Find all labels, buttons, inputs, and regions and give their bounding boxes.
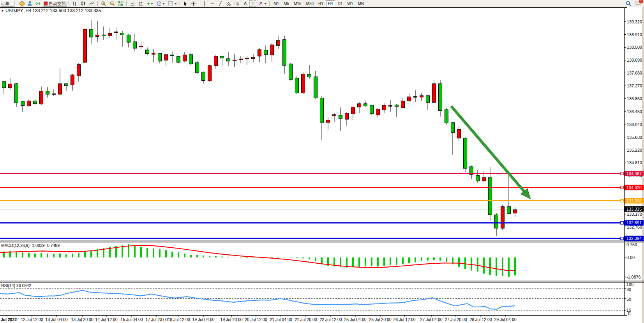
search-icon[interactable] xyxy=(626,1,632,7)
ohlc-bars-icon xyxy=(72,1,78,6)
candle-body xyxy=(507,207,511,214)
candle-body xyxy=(439,83,442,110)
candle-body xyxy=(432,83,436,102)
line-chart-icon xyxy=(89,1,95,6)
clock-icon xyxy=(157,1,162,6)
chart-shift-button[interactable] xyxy=(137,0,145,7)
arrows-tool-button[interactable]: ▼ xyxy=(257,0,268,7)
autotrading-button[interactable]: 自动交易 xyxy=(42,0,67,7)
fibonacci-tool-button[interactable]: F xyxy=(233,0,241,7)
candle-body xyxy=(376,109,380,115)
cursor-tool-button[interactable] xyxy=(182,0,189,7)
candle-body xyxy=(46,91,49,94)
accounts-button[interactable] xyxy=(26,0,33,7)
time-tick-label: 19 Jul 20:00 xyxy=(220,317,242,322)
macd-histogram-bar xyxy=(234,257,235,257)
macd-histogram-bar xyxy=(402,257,404,264)
horizontal-line-tool-button[interactable]: ─ xyxy=(209,0,216,7)
timeframe-H4[interactable]: H4 xyxy=(326,0,335,7)
price-tick-label: 135.630 xyxy=(627,135,642,140)
candle-body xyxy=(426,96,430,103)
timeframe-toolbar: M1M5M15M30H1H4D1W1MN xyxy=(271,0,366,7)
candle-body xyxy=(351,107,355,114)
price-tick-label: 136.040 xyxy=(627,122,642,127)
candle-body xyxy=(420,96,423,97)
level-price-badge-label: 133.598 xyxy=(626,199,642,203)
level-line-anchor[interactable] xyxy=(621,237,623,240)
level-line-anchor[interactable] xyxy=(621,172,623,175)
timeframe-M15[interactable]: M15 xyxy=(292,0,303,7)
timeframe-M1[interactable]: M1 xyxy=(272,0,281,7)
crosshair-tool-button[interactable] xyxy=(190,0,197,7)
macd-histogram-bar xyxy=(271,257,273,257)
macd-histogram-bar xyxy=(153,248,154,257)
timeframe-H1[interactable]: H1 xyxy=(316,0,325,7)
macd-histogram-bar xyxy=(246,257,248,258)
candle-body xyxy=(90,29,93,37)
macd-histogram-bar xyxy=(377,257,379,266)
line-chart-mode-button[interactable] xyxy=(88,0,96,7)
macd-histogram-bar xyxy=(471,257,472,271)
trendline-tool-button[interactable]: ╱ xyxy=(217,0,224,7)
add-indicator-button[interactable]: +▼ xyxy=(146,0,155,7)
time-tick-label: 13 Jul 20:00 xyxy=(71,317,93,322)
candle-body xyxy=(408,97,411,101)
candle-body xyxy=(9,84,12,88)
candle-body xyxy=(283,39,286,66)
bar-chart-mode-button[interactable] xyxy=(71,0,79,7)
level-line-anchor[interactable] xyxy=(621,186,623,189)
macd-histogram-bar xyxy=(215,256,217,257)
timeframe-W1[interactable]: W1 xyxy=(345,0,355,7)
auto-scroll-button[interactable] xyxy=(129,0,136,7)
text-tool-button[interactable]: A xyxy=(242,0,249,7)
trendline-icon: ╱ xyxy=(219,2,222,6)
macd-histogram-bar xyxy=(302,257,304,258)
macd-histogram-bar xyxy=(34,254,36,257)
symbol-dropdown-marker[interactable]: ▼ xyxy=(1,9,4,12)
macd-histogram-bar xyxy=(477,257,478,272)
time-tick-label: 1 Jul 2022 xyxy=(0,317,17,322)
text-label-tool-button[interactable]: T xyxy=(249,0,256,7)
candle-body xyxy=(108,33,112,35)
timeframe-MN[interactable]: MN xyxy=(356,0,366,7)
new-order-button[interactable]: 新订单 xyxy=(0,0,14,7)
time-tick-label: 27 Jul 04:00 xyxy=(420,317,442,322)
zoom-out-button[interactable] xyxy=(108,0,116,7)
candle-body xyxy=(208,66,212,81)
macd-histogram-bar xyxy=(415,257,416,262)
macd-histogram-bar xyxy=(290,257,291,258)
periods-button[interactable]: ▼ xyxy=(155,0,166,7)
candle-body xyxy=(164,55,168,60)
candle-body xyxy=(383,105,386,110)
timeframe-M30[interactable]: M30 xyxy=(304,0,316,7)
user-icon xyxy=(28,1,32,6)
candle-body xyxy=(65,83,68,85)
level-line-anchor[interactable] xyxy=(621,199,623,202)
level-line-anchor[interactable] xyxy=(621,222,623,224)
chart-plot-area[interactable] xyxy=(0,8,624,241)
tile-windows-button[interactable] xyxy=(117,0,125,7)
channel-tool-button[interactable]: E xyxy=(224,0,232,7)
timeframe-D1[interactable]: D1 xyxy=(336,0,345,7)
candle-body xyxy=(21,101,25,105)
notifications-button[interactable]: 1 xyxy=(635,0,642,7)
candle-body xyxy=(202,72,205,81)
time-tick-label: 25 Jul 20:00 xyxy=(369,317,391,322)
macd-histogram-bar xyxy=(78,253,79,257)
signals-button[interactable] xyxy=(34,0,42,7)
market-watch-button[interactable] xyxy=(18,0,25,7)
macd-histogram-bar xyxy=(421,257,422,261)
tile-windows-icon xyxy=(118,1,124,6)
templates-button[interactable]: ▼ xyxy=(167,0,178,7)
candle-body xyxy=(358,104,361,107)
candle-body xyxy=(96,35,99,36)
candle-body xyxy=(34,101,37,104)
macd-scale-max: 0.753 xyxy=(626,242,637,247)
timeframe-M5[interactable]: M5 xyxy=(282,0,291,7)
time-tick-label: 17 Jul 23:00 xyxy=(145,317,168,322)
macd-histogram-bar xyxy=(365,257,366,266)
zoom-in-button[interactable] xyxy=(100,0,108,7)
vertical-line-tool-button[interactable]: │ xyxy=(201,0,208,7)
candle-body xyxy=(295,78,299,93)
candlestick-mode-button[interactable] xyxy=(79,0,87,7)
